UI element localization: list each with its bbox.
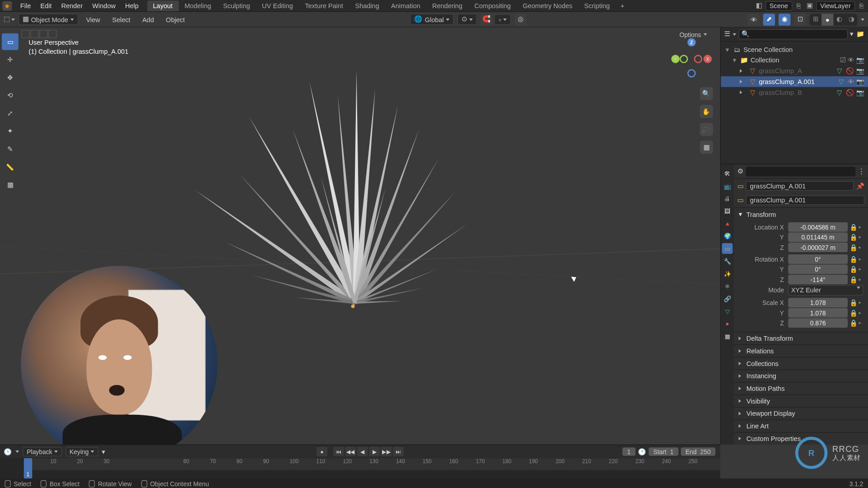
snap-toggle[interactable]: 🧲 xyxy=(481,14,492,25)
lock-icon[interactable]: 🔒 xyxy=(849,265,857,273)
panel-header[interactable]: Relations xyxy=(734,345,868,357)
outliner-search[interactable]: 🔍 xyxy=(739,29,848,39)
prop-tab-render[interactable]: 📺 xyxy=(722,181,733,192)
axis-y-icon[interactable]: Y xyxy=(671,55,679,63)
camera-button[interactable]: 🎥 xyxy=(700,123,713,136)
panel-header[interactable]: Visibility xyxy=(734,395,868,407)
tab-shading[interactable]: Shading xyxy=(349,0,385,11)
render-icon[interactable]: 📷 xyxy=(856,78,864,85)
add-workspace-button[interactable]: + xyxy=(616,0,629,11)
disclosure-icon[interactable]: ▾ xyxy=(724,46,730,53)
zoom-button[interactable]: 🔍 xyxy=(700,87,713,100)
axis-neg-z-icon[interactable] xyxy=(687,69,695,77)
start-frame-field[interactable]: Start1 xyxy=(648,447,678,455)
prop-tab-modifier[interactable]: 🔧 xyxy=(722,256,733,267)
playhead[interactable]: 1 xyxy=(24,458,32,479)
tab-texture-paint[interactable]: Texture Paint xyxy=(299,0,349,11)
outliner-type-icon[interactable]: ☰ xyxy=(724,30,730,38)
axis-neg-x-icon[interactable] xyxy=(694,55,702,63)
menu-object[interactable]: Object xyxy=(162,14,189,24)
lock-icon[interactable]: 🔒 xyxy=(849,299,857,306)
select-mode-buttons[interactable] xyxy=(21,30,57,38)
rotation-mode-selector[interactable]: XYZ Euler xyxy=(788,285,863,296)
field-rotation-x[interactable]: 0° xyxy=(788,254,848,264)
tool-measure[interactable]: 📏 xyxy=(2,159,19,175)
timeline-ruler[interactable]: 1 10203060708090100110120130140150160170… xyxy=(0,458,720,479)
tab-scripting[interactable]: Scripting xyxy=(578,0,616,11)
name-field[interactable]: grassClump_A.001 xyxy=(746,196,864,205)
eye-icon[interactable]: 👁 xyxy=(848,56,854,64)
end-frame-field[interactable]: End250 xyxy=(681,447,716,455)
tool-transform[interactable]: ✦ xyxy=(2,123,19,140)
editor-type-icon[interactable]: ⬚ xyxy=(4,15,9,23)
tool-add[interactable]: ▦ xyxy=(2,176,19,193)
orientation-selector[interactable]: 🌐 Global xyxy=(410,14,454,25)
scene-selector[interactable]: Scene xyxy=(765,1,793,10)
clock-icon[interactable]: 🕐 xyxy=(638,448,646,455)
menu-select[interactable]: Select xyxy=(108,14,135,24)
field-location-y[interactable]: 0.011445 m xyxy=(788,232,848,242)
shading-wireframe-icon[interactable]: ⊞ xyxy=(810,14,821,25)
outliner-item-selected[interactable]: ▽ grassClump_A.001 ▽ 👁📷 xyxy=(721,76,868,87)
shading-matprev-icon[interactable]: ◐ xyxy=(834,14,845,25)
menu-render[interactable]: Render xyxy=(57,0,88,11)
axis-neg-y-icon[interactable] xyxy=(679,55,688,63)
tool-rotate[interactable]: ⟲ xyxy=(2,87,19,104)
disclosure-icon[interactable] xyxy=(740,69,746,73)
render-icon[interactable]: 📷 xyxy=(856,67,864,75)
tool-scale[interactable]: ⤢ xyxy=(2,105,19,122)
properties-search[interactable] xyxy=(746,167,856,176)
prop-tab-constraint[interactable]: 🔗 xyxy=(722,293,733,304)
lock-icon[interactable]: 🔒 xyxy=(849,319,857,327)
disclosure-icon[interactable] xyxy=(740,90,746,94)
pivot-selector[interactable]: ⊙ xyxy=(458,14,477,25)
play-button[interactable]: ▶ xyxy=(369,447,380,456)
lock-icon[interactable]: 🔒 xyxy=(849,276,857,283)
lock-icon[interactable]: 🔒 xyxy=(849,255,857,263)
tool-annotate[interactable]: ✎ xyxy=(2,141,19,157)
menu-view[interactable]: View xyxy=(82,14,104,24)
new-collection-icon[interactable]: 📁 xyxy=(856,30,864,38)
options-dropdown[interactable]: Options xyxy=(675,30,712,39)
eye-icon[interactable]: 👁 xyxy=(848,78,854,85)
axis-z-icon[interactable]: Z xyxy=(687,38,695,46)
xray-toggle[interactable]: ⊡ xyxy=(794,14,806,25)
autokey-toggle[interactable]: ● xyxy=(316,447,327,456)
prop-tab-particles[interactable]: ✨ xyxy=(722,268,733,279)
shading-solid-icon[interactable]: ● xyxy=(821,14,833,25)
overlays-toggle[interactable]: ◉ xyxy=(778,14,790,25)
viewlayer-selector[interactable]: ViewLayer xyxy=(816,1,855,10)
lock-icon[interactable]: 🔒 xyxy=(849,233,857,241)
panel-header[interactable]: Line Art xyxy=(734,420,868,432)
outliner-row-scene[interactable]: ▾ 🗂 Scene Collection xyxy=(721,44,868,55)
panel-header[interactable]: Motion Paths xyxy=(734,383,868,394)
viewlayer-new-icon[interactable]: ⎘ xyxy=(857,1,865,9)
prop-tab-object[interactable]: ▭ xyxy=(722,243,733,254)
field-scale-y[interactable]: 1.078 xyxy=(788,308,848,318)
eye-closed-icon[interactable]: 🚫 xyxy=(846,89,854,96)
jump-start-button[interactable]: ⏮ xyxy=(333,447,344,456)
nav-gizmo[interactable]: Z Y X xyxy=(674,42,709,77)
panel-header[interactable]: Viewport Display xyxy=(734,408,868,419)
next-keyframe-button[interactable]: ▶▶ xyxy=(381,447,392,456)
filter-icon[interactable]: ▾ xyxy=(850,30,854,38)
render-icon[interactable]: 📷 xyxy=(856,89,864,96)
field-scale-x[interactable]: 1.078 xyxy=(788,298,848,307)
jump-end-button[interactable]: ⏭ xyxy=(393,447,404,456)
shading-rendered-icon[interactable]: ◑ xyxy=(845,14,857,25)
prev-keyframe-button[interactable]: ◀◀ xyxy=(345,447,356,456)
prop-tab-output[interactable]: 🖨 xyxy=(722,193,733,204)
menu-add[interactable]: Add xyxy=(138,14,158,24)
prop-tab-data[interactable]: ▽ xyxy=(722,305,733,316)
marker-icon[interactable]: ▾ xyxy=(102,448,105,455)
tool-move[interactable]: ✥ xyxy=(2,69,19,86)
prop-tab-scene[interactable]: 🔺 xyxy=(722,218,733,229)
tool-select-box[interactable]: ▭ xyxy=(2,33,19,50)
render-icon[interactable]: 📷 xyxy=(856,56,864,64)
keying-dropdown[interactable]: Keying xyxy=(66,447,99,456)
mode-selector[interactable]: ▦ Object Mode xyxy=(19,14,78,25)
tab-compositing[interactable]: Compositing xyxy=(468,0,517,11)
shading-dropdown[interactable] xyxy=(861,18,864,20)
axis-x-icon[interactable]: X xyxy=(703,55,712,63)
disclosure-icon[interactable] xyxy=(740,80,746,84)
